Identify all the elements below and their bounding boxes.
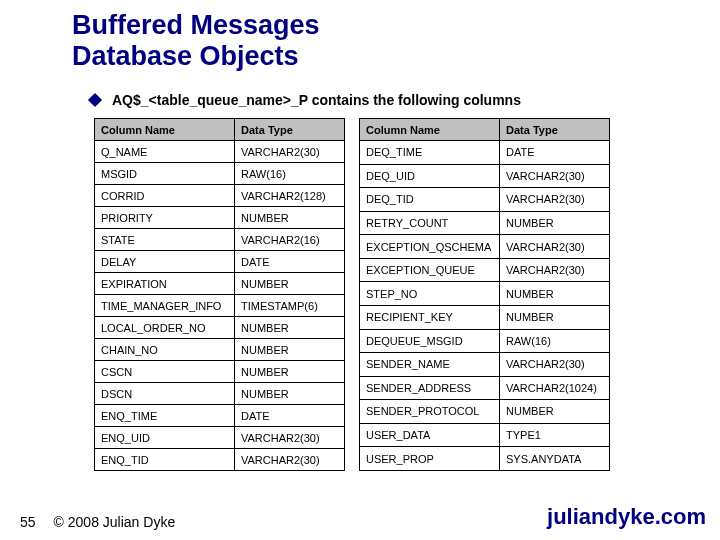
table-row: SENDER_NAMEVARCHAR2(30) [360, 353, 610, 377]
cell-data-type: VARCHAR2(16) [235, 229, 345, 251]
cell-data-type: VARCHAR2(30) [235, 449, 345, 471]
columns-table-left: Column Name Data Type Q_NAMEVARCHAR2(30)… [94, 118, 345, 471]
bullet-row: AQ$_<table_queue_name>_P contains the fo… [90, 92, 521, 108]
cell-column-name: ENQ_TIME [95, 405, 235, 427]
table-row: EXCEPTION_QUEUEVARCHAR2(30) [360, 258, 610, 282]
table-row: USER_DATATYPE1 [360, 423, 610, 447]
cell-column-name: USER_DATA [360, 423, 500, 447]
table-row: DEQUEUE_MSGIDRAW(16) [360, 329, 610, 353]
cell-column-name: CHAIN_NO [95, 339, 235, 361]
diamond-bullet-icon [88, 93, 102, 107]
cell-column-name: RECIPIENT_KEY [360, 305, 500, 329]
table-row: EXCEPTION_QSCHEMAVARCHAR2(30) [360, 235, 610, 259]
cell-data-type: NUMBER [235, 383, 345, 405]
cell-data-type: NUMBER [500, 211, 610, 235]
cell-column-name: ENQ_UID [95, 427, 235, 449]
cell-data-type: NUMBER [235, 361, 345, 383]
cell-column-name: DEQUEUE_MSGID [360, 329, 500, 353]
th-left-type: Data Type [235, 119, 345, 141]
cell-column-name: EXPIRATION [95, 273, 235, 295]
table-row: LOCAL_ORDER_NONUMBER [95, 317, 345, 339]
cell-column-name: Q_NAME [95, 141, 235, 163]
table-row: SENDER_ADDRESSVARCHAR2(1024) [360, 376, 610, 400]
cell-column-name: DEQ_UID [360, 164, 500, 188]
table-row: STEP_NONUMBER [360, 282, 610, 306]
table-row: EXPIRATIONNUMBER [95, 273, 345, 295]
cell-column-name: RETRY_COUNT [360, 211, 500, 235]
table-row: ENQ_TIMEDATE [95, 405, 345, 427]
table-row: PRIORITYNUMBER [95, 207, 345, 229]
table-row: CORRIDVARCHAR2(128) [95, 185, 345, 207]
cell-data-type: TYPE1 [500, 423, 610, 447]
cell-data-type: VARCHAR2(1024) [500, 376, 610, 400]
cell-data-type: VARCHAR2(30) [235, 427, 345, 449]
cell-data-type: TIMESTAMP(6) [235, 295, 345, 317]
table-row: USER_PROPSYS.ANYDATA [360, 447, 610, 471]
table-row: RECIPIENT_KEYNUMBER [360, 305, 610, 329]
cell-column-name: LOCAL_ORDER_NO [95, 317, 235, 339]
page-number: 55 [20, 514, 36, 530]
table-row: CHAIN_NONUMBER [95, 339, 345, 361]
footer: 55 © 2008 Julian Dyke juliandyke.com [0, 504, 720, 530]
cell-data-type: NUMBER [235, 207, 345, 229]
cell-data-type: NUMBER [235, 273, 345, 295]
slide-title-line2: Database Objects [72, 41, 299, 71]
table-row: STATEVARCHAR2(16) [95, 229, 345, 251]
cell-data-type: NUMBER [235, 339, 345, 361]
cell-data-type: NUMBER [235, 317, 345, 339]
cell-column-name: DSCN [95, 383, 235, 405]
th-right-type: Data Type [500, 119, 610, 141]
table-row: SENDER_PROTOCOLNUMBER [360, 400, 610, 424]
cell-data-type: SYS.ANYDATA [500, 447, 610, 471]
cell-column-name: DEQ_TIME [360, 141, 500, 165]
table-row: DELAYDATE [95, 251, 345, 273]
cell-data-type: DATE [500, 141, 610, 165]
cell-data-type: VARCHAR2(30) [500, 353, 610, 377]
cell-column-name: SENDER_PROTOCOL [360, 400, 500, 424]
bullet-text: AQ$_<table_queue_name>_P contains the fo… [112, 92, 521, 108]
cell-data-type: VARCHAR2(30) [500, 235, 610, 259]
cell-column-name: EXCEPTION_QSCHEMA [360, 235, 500, 259]
table-row: DEQ_TIDVARCHAR2(30) [360, 188, 610, 212]
table-row: TIME_MANAGER_INFOTIMESTAMP(6) [95, 295, 345, 317]
cell-column-name: TIME_MANAGER_INFO [95, 295, 235, 317]
cell-column-name: SENDER_ADDRESS [360, 376, 500, 400]
cell-data-type: NUMBER [500, 305, 610, 329]
table-row: CSCNNUMBER [95, 361, 345, 383]
table-row: MSGIDRAW(16) [95, 163, 345, 185]
cell-column-name: CORRID [95, 185, 235, 207]
tables-container: Column Name Data Type Q_NAMEVARCHAR2(30)… [94, 118, 610, 471]
th-right-name: Column Name [360, 119, 500, 141]
cell-column-name: STEP_NO [360, 282, 500, 306]
cell-data-type: DATE [235, 405, 345, 427]
cell-column-name: EXCEPTION_QUEUE [360, 258, 500, 282]
cell-data-type: RAW(16) [500, 329, 610, 353]
cell-column-name: DELAY [95, 251, 235, 273]
cell-column-name: DEQ_TID [360, 188, 500, 212]
cell-column-name: SENDER_NAME [360, 353, 500, 377]
cell-data-type: DATE [235, 251, 345, 273]
cell-column-name: CSCN [95, 361, 235, 383]
slide-title-line1: Buffered Messages [72, 10, 320, 40]
cell-data-type: VARCHAR2(30) [500, 164, 610, 188]
table-row: ENQ_TIDVARCHAR2(30) [95, 449, 345, 471]
cell-data-type: NUMBER [500, 282, 610, 306]
copyright: © 2008 Julian Dyke [54, 514, 176, 530]
cell-column-name: USER_PROP [360, 447, 500, 471]
cell-data-type: VARCHAR2(128) [235, 185, 345, 207]
table-row: RETRY_COUNTNUMBER [360, 211, 610, 235]
table-row: ENQ_UIDVARCHAR2(30) [95, 427, 345, 449]
cell-column-name: MSGID [95, 163, 235, 185]
cell-data-type: VARCHAR2(30) [235, 141, 345, 163]
table-row: DEQ_TIMEDATE [360, 141, 610, 165]
cell-column-name: PRIORITY [95, 207, 235, 229]
columns-table-right: Column Name Data Type DEQ_TIMEDATEDEQ_UI… [359, 118, 610, 471]
table-row: DEQ_UIDVARCHAR2(30) [360, 164, 610, 188]
site-url: juliandyke.com [547, 504, 706, 530]
cell-data-type: VARCHAR2(30) [500, 188, 610, 212]
table-row: DSCNNUMBER [95, 383, 345, 405]
cell-data-type: RAW(16) [235, 163, 345, 185]
th-left-name: Column Name [95, 119, 235, 141]
table-row: Q_NAMEVARCHAR2(30) [95, 141, 345, 163]
cell-column-name: STATE [95, 229, 235, 251]
